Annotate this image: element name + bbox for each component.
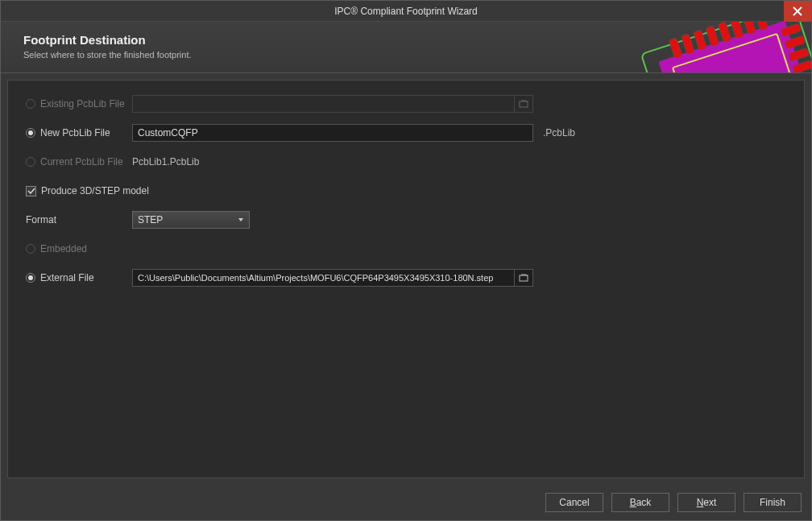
value-current-pcblib: PcbLib1.PcbLib <box>132 156 199 167</box>
radio-external-file[interactable] <box>26 273 35 283</box>
content-panel: Existing PcbLib File New PcbLib File .Pc… <box>7 80 805 478</box>
wizard-header: Footprint Destination Select where to st… <box>1 22 811 73</box>
row-external-file: External File <box>26 269 786 287</box>
label-produce-3d: Produce 3D/STEP model <box>41 185 149 196</box>
wizard-footer: Cancel Back Next Finish <box>1 485 811 520</box>
label-new-pcblib: New PcbLib File <box>40 127 110 139</box>
back-button[interactable]: Back <box>611 493 669 512</box>
label-format: Format <box>26 214 56 225</box>
radio-new-pcblib[interactable] <box>26 128 35 138</box>
window-title: IPC® Compliant Footprint Wizard <box>334 6 478 17</box>
cancel-button[interactable]: Cancel <box>545 493 603 512</box>
pcb-graphic <box>618 22 811 73</box>
browse-existing-pcblib <box>514 95 533 113</box>
row-produce-3d: Produce 3D/STEP model <box>26 182 786 200</box>
label-external-file: External File <box>40 272 94 283</box>
svg-rect-20 <box>520 101 528 107</box>
svg-rect-1 <box>659 22 806 73</box>
svg-rect-18 <box>789 48 810 61</box>
svg-rect-21 <box>520 275 528 281</box>
input-external-path[interactable] <box>132 269 514 287</box>
select-format-value: STEP <box>138 214 163 225</box>
radio-current-pcblib[interactable] <box>26 157 35 167</box>
svg-rect-15 <box>755 22 768 31</box>
radio-existing-pcblib[interactable] <box>26 99 35 109</box>
row-existing-pcblib: Existing PcbLib File <box>26 95 786 113</box>
close-icon <box>793 6 802 16</box>
input-new-pcblib[interactable] <box>132 124 533 142</box>
browse-external-file[interactable] <box>514 269 533 287</box>
svg-rect-0 <box>641 22 811 73</box>
close-button[interactable] <box>784 1 811 22</box>
row-current-pcblib: Current PcbLib File PcbLib1.PcbLib <box>26 153 786 171</box>
svg-rect-19 <box>793 60 811 73</box>
radio-embedded[interactable] <box>26 244 35 254</box>
label-existing-pcblib: Existing PcbLib File <box>40 98 125 110</box>
browse-icon <box>519 100 528 108</box>
finish-button[interactable]: Finish <box>744 493 802 512</box>
row-format: Format STEP <box>26 211 786 229</box>
row-embedded: Embedded <box>26 240 786 258</box>
row-new-pcblib: New PcbLib File .PcbLib <box>26 124 786 142</box>
suffix-new-pcblib: .PcbLib <box>543 127 575 139</box>
chevron-down-icon <box>238 217 244 223</box>
page-subtitle: Select where to store the finished footp… <box>23 50 789 60</box>
checkmark-icon <box>27 187 35 195</box>
input-existing-pcblib <box>132 95 514 113</box>
titlebar: IPC® Compliant Footprint Wizard <box>1 1 811 22</box>
checkbox-produce-3d[interactable] <box>26 186 36 196</box>
label-embedded: Embedded <box>40 243 87 254</box>
next-button[interactable]: Next <box>677 493 735 512</box>
label-current-pcblib: Current PcbLib File <box>40 156 123 167</box>
browse-icon <box>519 274 528 282</box>
page-title: Footprint Destination <box>23 33 789 47</box>
select-format[interactable]: STEP <box>132 211 250 229</box>
wizard-window: IPC® Compliant Footprint Wizard Footprin… <box>0 0 812 521</box>
